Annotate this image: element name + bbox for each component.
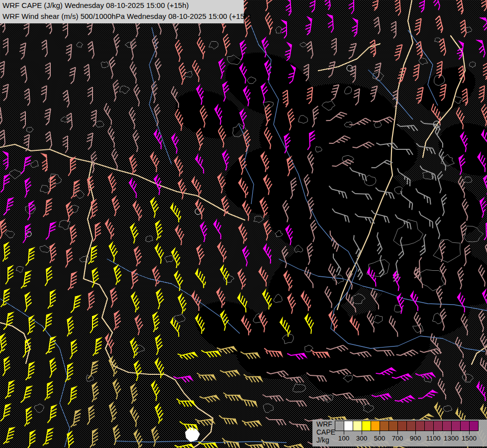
legend-swatch-13 <box>451 421 461 431</box>
legend-tick <box>380 431 380 435</box>
legend-swatch-14 <box>460 421 470 431</box>
legend-swatch-7 <box>397 421 407 431</box>
legend-tick <box>397 431 398 435</box>
legend-swatch-9 <box>415 421 425 431</box>
legend-swatch-15 <box>469 421 479 431</box>
weather-app-screen: WRF CAPE (J/kg) Wednesday 08-10-2025 15:… <box>0 0 487 448</box>
title-line-shear: WRF Wind shear (m/s) 500/1000hPa Wednesd… <box>0 11 244 22</box>
legend-swatch-8 <box>406 421 416 431</box>
legend-colorbar-labels: 100300500700900110013001500 <box>335 435 479 443</box>
legend-swatch-3 <box>362 421 371 431</box>
title-line-cape: WRF CAPE (J/kg) Wednesday 08-10-2025 15:… <box>0 0 244 11</box>
legend-swatch-10 <box>424 421 434 431</box>
legend-swatch-1 <box>344 421 353 431</box>
legend-tick <box>415 431 416 435</box>
legend-swatch-6 <box>389 421 398 431</box>
legend-tick <box>362 431 362 435</box>
legend-tick-label: 1500 <box>458 435 480 442</box>
legend-tick <box>344 431 344 435</box>
legend-tick <box>451 431 452 435</box>
legend-swatch-2 <box>353 421 362 431</box>
cape-legend: WRF CAPE J/kg 10030050070090011001300150… <box>312 420 487 447</box>
legend-swatch-4 <box>371 421 380 431</box>
title-bar: WRF CAPE (J/kg) Wednesday 08-10-2025 15:… <box>0 0 244 23</box>
legend-tick <box>469 431 470 435</box>
legend-tick <box>433 431 434 435</box>
legend-swatch-12 <box>442 421 452 431</box>
legend-label-line1: WRF <box>316 420 335 428</box>
legend-colorbar <box>335 421 479 431</box>
legend-swatch-5 <box>380 421 389 431</box>
legend-swatch-0 <box>335 421 344 431</box>
weather-map <box>0 0 487 448</box>
legend-swatch-11 <box>433 421 443 431</box>
